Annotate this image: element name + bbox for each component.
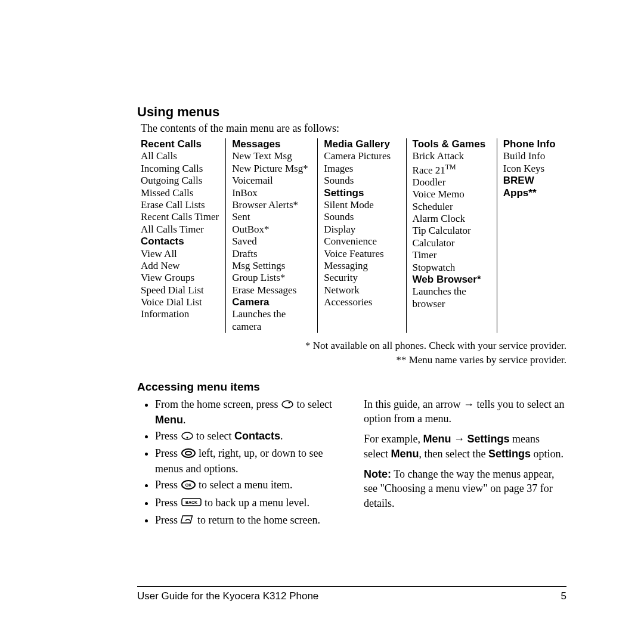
menu-item: Stopwatch — [413, 262, 491, 274]
instruction-list: From the home screen, press to select Me… — [137, 397, 340, 528]
end-key-icon — [181, 513, 195, 528]
menu-item: Race 21TM — [413, 163, 491, 177]
section-heading: Using menus — [137, 104, 566, 120]
guide-note: Note: To change the way the menus appear… — [364, 467, 566, 510]
menu-item: Brick Attack — [413, 150, 491, 162]
menu-item: Launches the camera — [232, 308, 311, 333]
menu-item: Drafts — [232, 248, 311, 260]
subheading: Accessing menu items — [137, 380, 566, 394]
col-heading: Settings — [324, 187, 400, 199]
menu-item: Msg Settings — [232, 260, 311, 272]
footnotes: * Not available on all phones. Check wit… — [137, 339, 566, 367]
instruction-item: From the home screen, press to select Me… — [155, 397, 340, 427]
menu-item: New Picture Msg* — [232, 163, 311, 175]
menu-item: Convenience — [324, 236, 400, 247]
guide-paragraph: For example, Menu → Settings means selec… — [364, 432, 566, 461]
col-heading: Camera — [232, 296, 311, 308]
instruction-item: Press OK to select a menu item. — [155, 478, 340, 493]
col-heading: Web Browser* — [413, 274, 491, 286]
menu-item: Timer — [413, 249, 491, 261]
ok-dot-icon — [281, 398, 294, 413]
down-dot-icon — [181, 430, 194, 444]
left-column: From the home screen, press to select Me… — [137, 397, 340, 530]
menu-item: Doodler — [413, 177, 491, 188]
svg-text:OK: OK — [185, 483, 191, 487]
footer-title: User Guide for the Kyocera K312 Phone — [137, 590, 318, 602]
menu-item: Calculator — [413, 237, 491, 249]
svg-point-5 — [185, 451, 191, 455]
menu-item: Saved — [232, 236, 311, 247]
svg-point-3 — [186, 436, 188, 438]
col-heading: Recent Calls — [141, 138, 219, 150]
menu-item: Voice Features — [324, 248, 400, 260]
menu-item: Browser Alerts* — [232, 199, 311, 211]
menu-item: Security — [324, 272, 400, 284]
column-phone-info: Phone Info Build Info Icon Keys BREW App… — [497, 138, 566, 333]
two-column-body: From the home screen, press to select Me… — [137, 397, 566, 530]
menu-item: View All — [141, 248, 219, 260]
menu-item: Missed Calls — [141, 187, 219, 199]
col-heading: BREW Apps** — [503, 175, 561, 199]
menu-item: View Groups — [141, 272, 219, 284]
menu-item: Icon Keys — [503, 163, 561, 175]
menu-item: Sounds — [324, 175, 400, 187]
column-media-gallery: Media Gallery Camera Pictures Images Sou… — [317, 138, 405, 333]
menu-item: Images — [324, 163, 400, 175]
menu-item: Group Lists* — [232, 272, 311, 284]
menu-item: Messaging — [324, 260, 400, 272]
right-column: In this guide, an arrow → tells you to s… — [364, 397, 566, 530]
column-recent-calls: Recent Calls All Calls Incoming Calls Ou… — [137, 138, 225, 333]
menu-item: Sent — [232, 211, 311, 223]
menu-item: Voice Memo — [413, 188, 491, 200]
instruction-item: Press to select Contacts. — [155, 429, 340, 444]
svg-point-0 — [282, 401, 293, 408]
footnote-1: * Not available on all phones. Check wit… — [137, 339, 566, 353]
menu-item: Scheduler — [413, 201, 491, 213]
menu-item: Build Info — [503, 150, 561, 162]
menu-item: Tip Calculator — [413, 225, 491, 237]
page-content: Using menus The contents of the main men… — [137, 104, 566, 530]
menu-item: Erase Call Lists — [141, 199, 219, 211]
menu-item: Incoming Calls — [141, 163, 219, 175]
footnote-2: ** Menu name varies by service provider. — [137, 353, 566, 367]
column-messages: Messages New Text Msg New Picture Msg* V… — [225, 138, 317, 333]
menu-item: Sounds — [324, 211, 400, 223]
svg-text:BACK: BACK — [185, 500, 197, 504]
menu-item: Voicemail — [232, 175, 311, 187]
menu-item: Accessories — [324, 296, 400, 308]
page-number: 5 — [561, 590, 566, 602]
menu-item: Display — [324, 224, 400, 236]
menu-item: Silent Mode — [324, 199, 400, 211]
menu-item: Network — [324, 284, 400, 296]
instruction-item: Press left, right, up, or down to see me… — [155, 446, 340, 476]
menu-item: Information — [141, 308, 219, 320]
instruction-item: Press to return to the home screen. — [155, 513, 340, 528]
menu-item: Camera Pictures — [324, 150, 400, 162]
nav-ring-icon — [181, 447, 196, 462]
menu-columns: Recent Calls All Calls Incoming Calls Ou… — [137, 138, 566, 333]
col-heading: Media Gallery — [324, 138, 400, 150]
col-heading: Messages — [232, 138, 311, 150]
page-footer: User Guide for the Kyocera K312 Phone 5 — [137, 586, 566, 602]
col-heading: Contacts — [141, 236, 219, 247]
instruction-item: Press BACK to back up a menu level. — [155, 496, 340, 511]
menu-item: Launches the browser — [413, 286, 491, 310]
menu-item: Erase Messages — [232, 284, 311, 296]
menu-item: New Text Msg — [232, 150, 311, 162]
menu-item: All Calls Timer — [141, 224, 219, 236]
col-heading: Phone Info — [503, 138, 561, 150]
menu-item: Outgoing Calls — [141, 175, 219, 187]
menu-item: InBox — [232, 187, 311, 199]
menu-item: All Calls — [141, 150, 219, 162]
menu-item: Add New — [141, 260, 219, 272]
menu-item: Voice Dial List — [141, 296, 219, 308]
col-heading: Tools & Games — [413, 138, 491, 150]
guide-paragraph: In this guide, an arrow → tells you to s… — [364, 397, 566, 426]
menu-item: Speed Dial List — [141, 284, 219, 296]
svg-point-1 — [288, 401, 290, 403]
back-key-icon: BACK — [181, 496, 202, 510]
menu-item: Recent Calls Timer — [141, 211, 219, 223]
menu-item: Alarm Clock — [413, 213, 491, 225]
intro-text: The contents of the main menu are as fol… — [141, 122, 566, 135]
column-tools-games: Tools & Games Brick Attack Race 21TM Doo… — [406, 138, 497, 333]
